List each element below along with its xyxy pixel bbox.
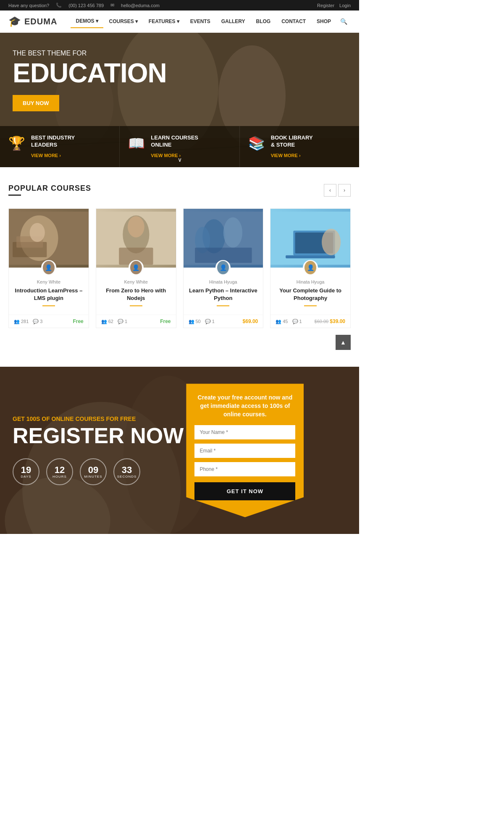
students-icon-3: 👥 <box>189 319 194 324</box>
course-image-4 <box>270 209 350 268</box>
course-author-1: Keny White <box>14 279 84 284</box>
course-divider-2 <box>130 305 142 306</box>
students-icon-2: 👥 <box>101 319 107 324</box>
top-bar-left: Have any question? 📞 (00) 123 456 789 ✉ … <box>8 3 160 8</box>
carousel-prev-button[interactable]: ‹ <box>324 184 336 197</box>
course-footer-3: 👥 50 💬 1 $69.00 <box>184 315 263 328</box>
scroll-top-wrapper: ▲ <box>8 335 351 350</box>
course-author-2: Keny White <box>101 279 171 284</box>
comments-count-1: 3 <box>40 319 42 324</box>
svg-point-14 <box>128 216 144 238</box>
nav-item-blog[interactable]: BLOG <box>251 15 276 28</box>
course-card-1[interactable]: 👤 Keny White Introduction LearnPress – L… <box>8 208 89 328</box>
svg-point-25 <box>322 229 341 255</box>
logo-icon: 🎓 <box>8 16 21 27</box>
carousel-next-button[interactable]: › <box>338 184 351 197</box>
students-count-1: 281 <box>21 319 29 324</box>
trophy-icon: 🏆 <box>8 135 25 151</box>
course-image-wrapper-2: 👤 <box>96 209 176 268</box>
students-count-4: 45 <box>283 319 288 324</box>
phone-field-group <box>194 462 295 476</box>
nav-item-contact[interactable]: CONTACT <box>276 15 311 28</box>
logo-text: EDUMA <box>24 17 57 26</box>
logo[interactable]: 🎓 EDUMA <box>8 16 57 27</box>
register-tag-text: GET 100S OF ONLINE <box>13 415 75 422</box>
students-count-2: 62 <box>108 319 113 324</box>
course-title-3: Learn Python – Interactive Python <box>189 287 258 302</box>
section-title: POPULAR COURSES <box>8 184 91 193</box>
feature-library-content: BOOK LIBRARY& STORE VIEW MORE › <box>271 134 313 159</box>
phone-icon: 📞 <box>56 3 62 8</box>
feature-courses-link[interactable]: VIEW MORE › <box>151 153 181 158</box>
countdown-hours-num: 12 <box>55 465 65 475</box>
course-image-3 <box>184 209 263 268</box>
register-tag: GET 100S OF ONLINE COURSES FOR FREE <box>13 415 186 422</box>
search-icon[interactable]: 🔍 <box>337 15 351 28</box>
register-tag-highlight: COURSES FOR FREE <box>75 415 136 422</box>
countdown-days: 19 DAYS <box>13 458 39 485</box>
feature-courses-content: LEARN COURSESONLINE VIEW MORE › <box>151 134 198 159</box>
course-avatar-3: 👤 <box>215 260 231 275</box>
nav-item-events[interactable]: EVENTS <box>185 15 215 28</box>
students-icon-4: 👥 <box>276 319 281 324</box>
course-stats-2: 👥 62 💬 1 <box>101 319 127 324</box>
get-it-now-button[interactable]: GET IT NOW <box>194 482 295 500</box>
register-form-headline: Create your free account now and get imm… <box>194 394 295 418</box>
name-input[interactable] <box>194 425 295 439</box>
hero-title: EDUCATION <box>13 60 346 87</box>
courses-grid: 👤 Keny White Introduction LearnPress – L… <box>8 208 351 328</box>
course-card-2[interactable]: 👤 Keny White From Zero to Hero with Node… <box>96 208 176 328</box>
nav-item-demos[interactable]: DEMOS ▾ <box>71 15 103 28</box>
popular-courses-section: POPULAR COURSES ‹ › <box>0 167 359 367</box>
nav-item-features[interactable]: FEATURES ▾ <box>144 15 184 28</box>
countdown-hours: 12 HOURS <box>46 458 73 485</box>
nav-item-gallery[interactable]: GALLERY <box>216 15 250 28</box>
course-card-4[interactable]: 👤 Hinata Hyuga Your Complete Guide to Ph… <box>270 208 351 328</box>
comments-stat-4: 💬 1 <box>292 319 302 324</box>
email-input[interactable] <box>194 444 295 458</box>
buy-now-button[interactable]: BUY NOW <box>13 95 59 111</box>
countdown-days-num: 19 <box>21 465 31 475</box>
login-link[interactable]: Login <box>339 3 351 8</box>
section-header: POPULAR COURSES ‹ › <box>8 184 351 204</box>
comments-stat-2: 💬 1 <box>118 319 127 324</box>
register-link[interactable]: Register <box>317 3 334 8</box>
carousel-navigation: ‹ › <box>324 184 351 197</box>
hero-content: THE BEST THEME FOR EDUCATION BUY NOW <box>13 50 346 111</box>
feature-library-link[interactable]: VIEW MORE › <box>271 153 301 158</box>
feature-library-title: BOOK LIBRARY& STORE <box>271 134 313 149</box>
scroll-down-indicator[interactable]: ∨ <box>178 156 182 163</box>
scroll-to-top-button[interactable]: ▲ <box>336 335 351 350</box>
register-section: GET 100S OF ONLINE COURSES FOR FREE REGI… <box>0 367 359 534</box>
top-bar-phone[interactable]: (00) 123 456 789 <box>68 3 104 8</box>
course-price-2: Free <box>160 318 171 324</box>
nav-item-courses[interactable]: COURSES ▾ <box>104 15 143 28</box>
course-stats-4: 👥 45 💬 1 <box>276 319 302 324</box>
comments-count-3: 1 <box>212 319 215 324</box>
svg-point-11 <box>30 223 45 242</box>
email-field-group <box>194 444 295 458</box>
comments-icon-2: 💬 <box>118 319 123 324</box>
hero-feature-leaders: 🏆 BEST INDUSTRYLEADERS VIEW MORE › <box>0 126 120 167</box>
top-bar-email[interactable]: hello@eduma.com <box>121 3 160 8</box>
course-divider-1 <box>42 305 55 306</box>
nav-item-shop[interactable]: SHOP <box>312 15 336 28</box>
students-stat-4: 👥 45 <box>276 319 288 324</box>
course-card-3[interactable]: 👤 Hinata Hyuga Learn Python – Interactiv… <box>183 208 264 328</box>
phone-input[interactable] <box>194 462 295 476</box>
feature-leaders-link[interactable]: VIEW MORE › <box>31 153 61 158</box>
course-stats-1: 👥 281 💬 3 <box>14 319 42 324</box>
comments-icon-4: 💬 <box>292 319 298 324</box>
course-title-1: Introduction LearnPress – LMS plugin <box>14 287 84 302</box>
comments-icon-3: 💬 <box>205 319 211 324</box>
chevron-down-icon: ▾ <box>96 18 98 24</box>
course-avatar-4: 👤 <box>303 260 318 275</box>
students-stat-3: 👥 50 <box>189 319 201 324</box>
hero-section: THE BEST THEME FOR EDUCATION BUY NOW 🏆 B… <box>0 33 359 167</box>
students-count-3: 50 <box>196 319 201 324</box>
countdown-seconds: 33 SECONDS <box>113 458 140 485</box>
students-icon-1: 👥 <box>14 319 20 324</box>
course-image-wrapper-1: 👤 <box>9 209 89 268</box>
book-open-icon: 📖 <box>128 135 145 151</box>
course-author-4: Hinata Hyuga <box>276 279 345 284</box>
